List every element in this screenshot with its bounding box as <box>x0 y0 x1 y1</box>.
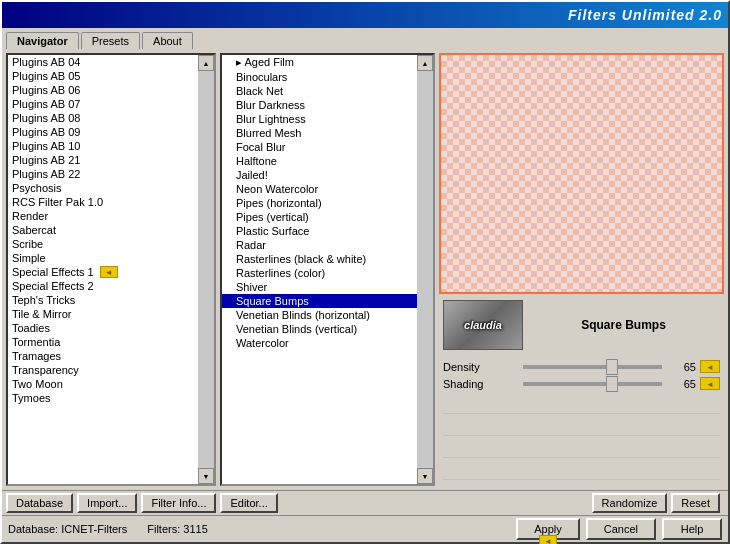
left-list-item[interactable]: Tramages <box>8 349 198 363</box>
left-list-item[interactable]: Plugins AB 08 <box>8 111 198 125</box>
middle-list-item[interactable]: Shiver <box>222 280 417 294</box>
middle-list-item[interactable]: Blur Lightness <box>222 112 417 126</box>
editor-button[interactable]: Editor... <box>220 493 277 513</box>
middle-panel-content: ▸ Aged FilmBinocularsBlack NetBlur Darkn… <box>222 55 417 484</box>
left-list-item[interactable]: Plugins AB 06 <box>8 83 198 97</box>
apply-wrapper: Apply ◄ <box>516 518 580 540</box>
left-list-item[interactable]: Tile & Mirror <box>8 307 198 321</box>
middle-list-item[interactable]: Black Net <box>222 84 417 98</box>
left-list-item[interactable]: RCS Filter Pak 1.0 <box>8 195 198 209</box>
left-list-item[interactable]: Plugins AB 10 <box>8 139 198 153</box>
middle-list-item[interactable]: Pipes (horizontal) <box>222 196 417 210</box>
middle-list-item[interactable]: Watercolor <box>222 336 417 350</box>
left-panel-scrollbar[interactable]: ▲ ▼ <box>198 55 214 484</box>
param-value: 65 <box>666 378 696 390</box>
left-list-item[interactable]: Plugins AB 09 <box>8 125 198 139</box>
middle-scroll-track[interactable] <box>417 71 433 468</box>
empty-param-row <box>443 460 720 480</box>
middle-list-item[interactable]: ▸ Aged Film <box>222 55 417 70</box>
param-slider[interactable] <box>523 365 662 369</box>
action-buttons: Apply ◄ Cancel Help <box>228 518 722 540</box>
preview-area <box>439 53 724 294</box>
left-list-item[interactable]: Scribe <box>8 237 198 251</box>
middle-list-item[interactable]: Pipes (vertical) <box>222 210 417 224</box>
param-slider[interactable] <box>523 382 662 386</box>
left-list-item[interactable]: Plugins AB 05 <box>8 69 198 83</box>
main-content: Plugins AB 04Plugins AB 05Plugins AB 06P… <box>2 49 728 490</box>
tab-navigator[interactable]: Navigator <box>6 32 79 49</box>
middle-scroll-down-btn[interactable]: ▼ <box>417 468 433 484</box>
middle-list-item[interactable]: Binoculars <box>222 70 417 84</box>
left-panel-content: Plugins AB 04Plugins AB 05Plugins AB 06P… <box>8 55 198 484</box>
help-button[interactable]: Help <box>662 518 722 540</box>
preview-label-bar: claudia Square Bumps <box>439 298 724 352</box>
tab-presets[interactable]: Presets <box>81 32 140 49</box>
status-bar: Database: ICNET-Filters Filters: 3115 Ap… <box>2 515 728 542</box>
scroll-track[interactable] <box>198 71 214 468</box>
param-label: Shading <box>443 378 523 390</box>
middle-list-item[interactable]: Rasterlines (black & white) <box>222 252 417 266</box>
filter-info-button[interactable]: Filter Info... <box>141 493 216 513</box>
empty-param-row <box>443 438 720 458</box>
tab-bar: Navigator Presets About <box>2 28 728 49</box>
title-bar: Filters Unlimited 2.0 <box>2 2 728 28</box>
middle-list-item[interactable]: Neon Watercolor <box>222 182 417 196</box>
bottom-toolbar: Database Import... Filter Info... Editor… <box>2 490 728 515</box>
middle-panel-list: ▸ Aged FilmBinocularsBlack NetBlur Darkn… <box>222 55 417 350</box>
apply-arrow-indicator: ◄ <box>539 535 557 544</box>
middle-list-item[interactable]: Radar <box>222 238 417 252</box>
database-button[interactable]: Database <box>6 493 73 513</box>
left-list-item[interactable]: Toadies <box>8 321 198 335</box>
left-list-item[interactable]: Transparency <box>8 363 198 377</box>
scroll-up-btn[interactable]: ▲ <box>198 55 214 71</box>
params-area: Density65◄Shading65◄ <box>439 356 724 486</box>
left-panel-list: Plugins AB 04Plugins AB 05Plugins AB 06P… <box>8 55 198 405</box>
param-row: Shading65◄ <box>443 377 720 390</box>
param-slider-container: 65◄ <box>523 377 720 390</box>
middle-list-item[interactable]: Venetian Blinds (vertical) <box>222 322 417 336</box>
left-list-item[interactable]: Tormentia <box>8 335 198 349</box>
middle-panel-scrollbar[interactable]: ▲ ▼ <box>417 55 433 484</box>
middle-list-item[interactable]: Blur Darkness <box>222 98 417 112</box>
tab-about[interactable]: About <box>142 32 193 49</box>
main-window: Filters Unlimited 2.0 Navigator Presets … <box>0 0 730 544</box>
left-list-item[interactable]: Psychosis <box>8 181 198 195</box>
middle-list-item[interactable]: Venetian Blinds (horizontal) <box>222 308 417 322</box>
scroll-down-btn[interactable]: ▼ <box>198 468 214 484</box>
cancel-button[interactable]: Cancel <box>586 518 656 540</box>
middle-list-item[interactable]: Focal Blur <box>222 140 417 154</box>
left-list-item[interactable]: Plugins AB 07 <box>8 97 198 111</box>
right-panel: claudia Square Bumps Density65◄Shading65… <box>439 53 724 486</box>
left-panel: Plugins AB 04Plugins AB 05Plugins AB 06P… <box>6 53 216 486</box>
empty-param-row <box>443 416 720 436</box>
empty-param-row <box>443 394 720 414</box>
title-bar-text: Filters Unlimited 2.0 <box>568 7 722 23</box>
param-arrow-indicator: ◄ <box>700 377 720 390</box>
import-button[interactable]: Import... <box>77 493 137 513</box>
param-value: 65 <box>666 361 696 373</box>
left-list-item[interactable]: Plugins AB 21 <box>8 153 198 167</box>
middle-list-item[interactable]: Rasterlines (color) <box>222 266 417 280</box>
param-label: Density <box>443 361 523 373</box>
reset-button[interactable]: Reset <box>671 493 720 513</box>
middle-list-item[interactable]: Jailed! <box>222 168 417 182</box>
left-list-item[interactable]: Tymoes <box>8 391 198 405</box>
left-list-item[interactable]: Teph's Tricks <box>8 293 198 307</box>
filters-status: Filters: 3115 <box>147 523 208 535</box>
middle-list-item[interactable]: Halftone <box>222 154 417 168</box>
left-list-item[interactable]: Special Effects 1◄ <box>8 265 198 279</box>
left-list-item[interactable]: Special Effects 2 <box>8 279 198 293</box>
left-list-item[interactable]: Two Moon <box>8 377 198 391</box>
middle-list-item[interactable]: Blurred Mesh <box>222 126 417 140</box>
left-list-item[interactable]: Plugins AB 04 <box>8 55 198 69</box>
middle-scroll-up-btn[interactable]: ▲ <box>417 55 433 71</box>
randomize-button[interactable]: Randomize <box>592 493 668 513</box>
middle-panel: ▸ Aged FilmBinocularsBlack NetBlur Darkn… <box>220 53 435 486</box>
middle-list-item[interactable]: Plastic Surface <box>222 224 417 238</box>
left-list-item[interactable]: Sabercat <box>8 223 198 237</box>
middle-list-item[interactable]: Square Bumps <box>222 294 417 308</box>
left-list-item[interactable]: Simple <box>8 251 198 265</box>
left-list-item[interactable]: Render <box>8 209 198 223</box>
left-list-item[interactable]: Plugins AB 22 <box>8 167 198 181</box>
thumbnail-image: claudia <box>444 301 522 349</box>
